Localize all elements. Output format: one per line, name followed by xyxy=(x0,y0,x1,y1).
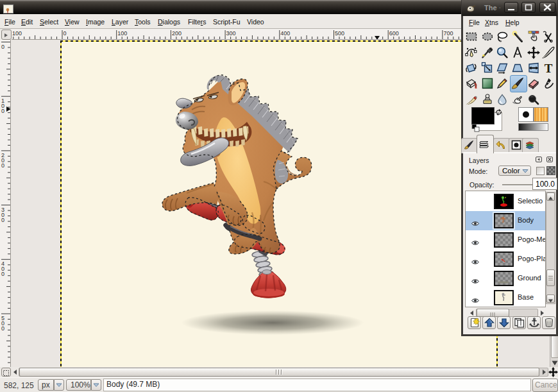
svg-text:T: T xyxy=(545,62,553,74)
svg-text:500: 500 xyxy=(335,30,344,37)
svg-text:300: 300 xyxy=(226,30,236,37)
svg-text:700: 700 xyxy=(443,30,453,37)
svg-text:0: 0 xyxy=(1,271,4,277)
svg-text:100: 100 xyxy=(12,30,22,37)
svg-text:0: 0 xyxy=(1,108,4,114)
svg-text:400: 400 xyxy=(280,30,290,37)
svg-text:0: 0 xyxy=(1,162,4,169)
svg-text:600: 600 xyxy=(389,30,399,37)
svg-text:0: 0 xyxy=(1,325,4,332)
svg-text:200: 200 xyxy=(172,30,182,37)
svg-text:100: 100 xyxy=(117,30,127,37)
svg-text:0: 0 xyxy=(63,30,67,37)
svg-text:0: 0 xyxy=(1,44,4,50)
svg-text:0: 0 xyxy=(1,217,4,223)
